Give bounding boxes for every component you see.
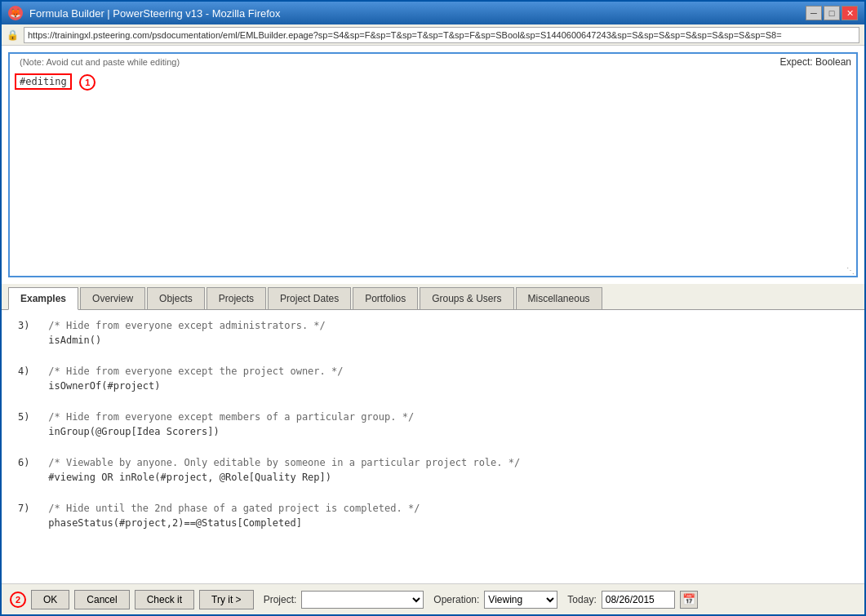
example-comment: /* Hide from everyone except members of … xyxy=(48,410,414,424)
titlebar-left: 🦊 Formula Builder | PowerSteering v13 - … xyxy=(8,6,281,20)
step2-indicator: 2 xyxy=(10,592,26,608)
example-comment: /* Viewable by anyone. Only editable by … xyxy=(48,455,520,470)
example-comment: /* Hide until the 2nd phase of a gated p… xyxy=(48,501,420,516)
formula-input-area: #editing 1 ⋱ xyxy=(10,70,856,276)
lock-icon: 🔒 xyxy=(7,29,19,41)
example-item: 7) /* Hide until the 2nd phase of a gate… xyxy=(18,501,848,530)
formula-area: (Note: Avoid cut and paste while editing… xyxy=(8,52,858,277)
editing-tag: #editing xyxy=(15,73,72,90)
ok-button[interactable]: OK xyxy=(31,590,69,609)
example-num: 5) xyxy=(18,410,42,424)
example-num: 3) xyxy=(18,318,42,333)
tab-miscellaneous[interactable]: Miscellaneous xyxy=(516,287,602,309)
footer-bar: 2 OK Cancel Check it Try it > Project: O… xyxy=(2,583,864,614)
tabs-container: Examples Overview Objects Projects Proje… xyxy=(2,284,864,310)
content-panel: 3) /* Hide from everyone except administ… xyxy=(2,310,864,583)
resize-handle[interactable]: ⋱ xyxy=(846,266,855,274)
tab-project-dates[interactable]: Project Dates xyxy=(268,287,351,309)
example-num: 6) xyxy=(18,455,42,470)
operation-label: Operation: xyxy=(433,594,479,605)
expect-label: Expect: Boolean xyxy=(780,56,851,68)
tab-objects[interactable]: Objects xyxy=(147,287,205,309)
today-label: Today: xyxy=(567,594,596,605)
close-button[interactable]: ✕ xyxy=(842,6,858,20)
minimize-button[interactable]: ─ xyxy=(806,6,822,20)
today-date-input[interactable] xyxy=(602,591,675,609)
formula-notice: (Note: Avoid cut and paste while editing… xyxy=(15,55,184,69)
restore-button[interactable]: □ xyxy=(824,6,840,20)
example-item: 5) /* Hide from everyone except members … xyxy=(18,410,848,439)
example-comment: /* Hide from everyone except administrat… xyxy=(48,318,326,333)
check-button[interactable]: Check it xyxy=(135,590,194,609)
example-comment: /* Hide from everyone except the project… xyxy=(48,364,343,379)
try-it-button[interactable]: Try it > xyxy=(199,590,254,609)
tab-groups-users[interactable]: Groups & Users xyxy=(420,287,513,309)
tab-examples[interactable]: Examples xyxy=(8,287,78,310)
window-title: Formula Builder | PowerSteering v13 - Mo… xyxy=(29,7,281,20)
example-num: 7) xyxy=(18,501,42,516)
formula-header: (Note: Avoid cut and paste while editing… xyxy=(10,54,856,70)
step1-indicator: 1 xyxy=(79,74,95,91)
titlebar-buttons: ─ □ ✕ xyxy=(806,6,858,20)
formula-textarea[interactable] xyxy=(15,91,851,270)
cancel-button[interactable]: Cancel xyxy=(74,590,129,609)
example-item: 3) /* Hide from everyone except administ… xyxy=(18,318,848,348)
tab-overview[interactable]: Overview xyxy=(80,287,145,309)
addressbar: 🔒 xyxy=(2,24,864,46)
project-label: Project: xyxy=(264,594,297,605)
operation-select[interactable]: Viewing xyxy=(484,591,557,609)
tab-portfolios[interactable]: Portfolios xyxy=(353,287,418,309)
firefox-icon: 🦊 xyxy=(8,6,23,20)
example-code: isOwnerOf(#project) xyxy=(48,379,343,393)
example-item: 4) /* Hide from everyone except the proj… xyxy=(18,364,848,393)
browser-window: 🦊 Formula Builder | PowerSteering v13 - … xyxy=(0,0,866,616)
tab-projects[interactable]: Projects xyxy=(207,287,266,309)
example-code: isAdmin() xyxy=(48,333,326,348)
example-num: 4) xyxy=(18,364,42,379)
example-item: 6) /* Viewable by anyone. Only editable … xyxy=(18,455,848,485)
project-select[interactable] xyxy=(301,591,424,609)
main-content: (Note: Avoid cut and paste while editing… xyxy=(2,46,864,583)
address-input[interactable] xyxy=(24,27,859,43)
example-code: inGroup(@Group[Idea Scorers]) xyxy=(48,424,414,439)
calendar-button[interactable]: 📅 xyxy=(680,591,698,609)
titlebar: 🦊 Formula Builder | PowerSteering v13 - … xyxy=(2,2,864,24)
example-code: #viewing OR inRole(#project, @Role[Quali… xyxy=(48,470,520,485)
example-code: phaseStatus(#project,2)==@Status[Complet… xyxy=(48,516,420,530)
